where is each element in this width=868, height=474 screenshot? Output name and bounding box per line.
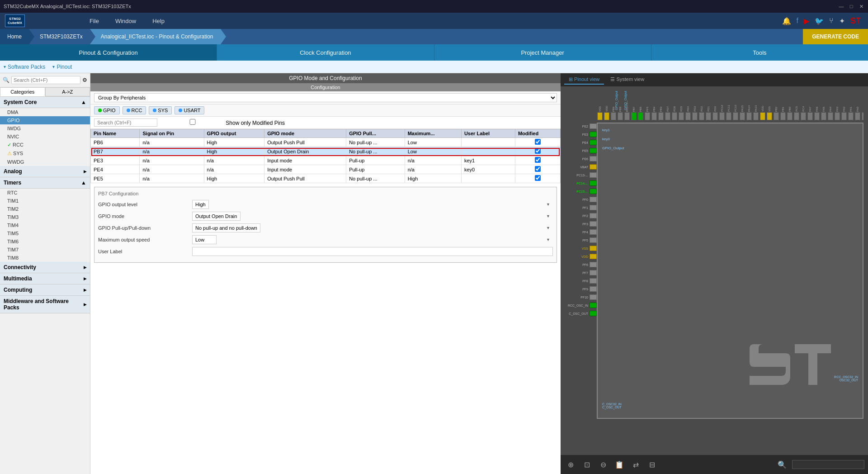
fit-button[interactable]: ⊡ <box>580 458 593 471</box>
sidebar-item-tim2[interactable]: TIM2 <box>0 205 90 213</box>
show-modified-checkbox[interactable] <box>161 119 224 125</box>
category-system-core[interactable]: System Core ▲ <box>0 97 90 108</box>
modified-pe3[interactable] <box>515 156 560 165</box>
sidebar-item-gpio[interactable]: GPIO <box>0 116 90 124</box>
table-row-pe3[interactable]: PE3 n/a n/a Input mode Pull-up n/a key1 <box>91 156 561 165</box>
checkbox-pe4[interactable] <box>535 166 541 172</box>
notification-icon[interactable]: 🔔 <box>782 17 791 25</box>
gpio-filter-gpio-label: GPIO <box>103 108 116 113</box>
modified-pe4[interactable] <box>515 165 560 174</box>
col-label[interactable]: User Label <box>461 129 515 138</box>
subtab-software-packs[interactable]: ▾ Software Packs <box>4 64 45 70</box>
github-icon[interactable]: ⑂ <box>829 17 834 25</box>
checkbox-pe5[interactable] <box>535 175 541 181</box>
tab-clock[interactable]: Clock Configuration <box>217 44 434 61</box>
sidebar-search-input[interactable] <box>11 76 80 84</box>
checkbox-pe3[interactable] <box>535 157 541 163</box>
gpio-filter-usart[interactable]: USART <box>175 106 204 114</box>
sidebar-item-tim3[interactable]: TIM3 <box>0 213 90 221</box>
grid-button[interactable]: ⊟ <box>646 458 658 471</box>
modified-pb7[interactable] <box>515 147 560 156</box>
sidebar-tab-categories[interactable]: Categories <box>0 87 45 96</box>
checkbox-pb7[interactable] <box>535 148 541 154</box>
table-row-pe5[interactable]: PE5 n/a High Output Push Pull No pull-up… <box>91 174 561 183</box>
layers-button[interactable]: 📋 <box>613 458 626 471</box>
checkbox-pb6[interactable] <box>535 139 541 145</box>
category-analog[interactable]: Analog ▸ <box>0 166 90 177</box>
zoom-in-button[interactable]: ⊕ <box>564 458 577 471</box>
pin-pc13-box <box>590 172 597 178</box>
gpio-mode-select[interactable]: Output Push Pull Output Open Drain <box>192 212 241 221</box>
close-button[interactable]: ✕ <box>858 3 864 9</box>
max-pb7: Low <box>405 147 461 156</box>
gpio-filter-gpio[interactable]: GPIO <box>94 106 120 114</box>
table-row[interactable]: PB6 n/a High Output Push Pull No pull-up… <box>91 138 561 147</box>
sidebar-item-dma[interactable]: DMA <box>0 108 90 116</box>
category-timers[interactable]: Timers ▲ <box>0 177 90 189</box>
modified-pe5[interactable] <box>515 174 560 183</box>
col-gpio-mode[interactable]: GPIO mode <box>264 129 346 138</box>
sidebar-tab-az[interactable]: A->Z <box>45 87 90 96</box>
group-by-select[interactable]: Group By Peripherals <box>94 93 557 102</box>
twitter-icon[interactable]: 🐦 <box>815 17 824 25</box>
tab-project[interactable]: Project Manager <box>434 44 651 61</box>
category-multimedia[interactable]: Multimedia ▸ <box>0 273 90 284</box>
sidebar-item-tim8[interactable]: TIM8 <box>0 254 90 262</box>
tab-tools[interactable]: Tools <box>651 44 868 61</box>
minimize-button[interactable]: — <box>838 3 844 9</box>
gpio-output-level-select[interactable]: Low High <box>192 200 209 209</box>
gpio-pull-select[interactable]: No pull-up and no pull-down Pull-up Pull… <box>192 223 260 232</box>
sidebar-item-iwdg[interactable]: IWDG <box>0 124 90 133</box>
sidebar-item-rtc[interactable]: RTC <box>0 189 90 197</box>
category-connectivity[interactable]: Connectivity ▸ <box>0 262 90 273</box>
file-menu[interactable]: File <box>82 16 106 26</box>
nav-chip[interactable]: STM32F103ZETx <box>29 29 90 44</box>
sidebar-item-tim5[interactable]: TIM5 <box>0 229 90 237</box>
community-icon[interactable]: ✦ <box>839 17 845 25</box>
user-label-input[interactable] <box>192 247 553 256</box>
category-middleware[interactable]: Middleware and Software Packs ▸ <box>0 296 90 313</box>
sidebar-item-nvic[interactable]: NVIC <box>0 133 90 141</box>
max-speed-select[interactable]: Low Medium High <box>192 235 217 244</box>
sidebar-item-wwdg[interactable]: WWDG <box>0 158 90 166</box>
pin-label: PA7 <box>809 107 811 112</box>
toolbar-search-input[interactable] <box>792 460 864 469</box>
nav-project[interactable]: Analogical_IICTest.ioc - Pinout & Config… <box>90 29 221 44</box>
category-computing[interactable]: Computing ▸ <box>0 284 90 296</box>
modified-pb6[interactable] <box>515 138 560 147</box>
sidebar-item-tim4[interactable]: TIM4 <box>0 221 90 229</box>
tab-pinout[interactable]: Pinout & Configuration <box>0 44 217 61</box>
generate-code-button[interactable]: GENERATE CODE <box>803 29 868 44</box>
swap-button[interactable]: ⇄ <box>629 458 642 471</box>
system-view-tab[interactable]: ☰ System view <box>606 75 649 85</box>
gpio-search-input[interactable] <box>94 118 157 127</box>
sidebar-item-tim6[interactable]: TIM6 <box>0 237 90 246</box>
table-row-pe4[interactable]: PE4 n/a n/a Input mode Pull-up n/a key0 <box>91 165 561 174</box>
facebook-icon[interactable]: f <box>797 17 798 25</box>
table-row-pb7[interactable]: PB7 n/a High Output Open Drain No pull-u… <box>91 147 561 156</box>
subtab-pinout[interactable]: ▾ Pinout <box>52 64 72 70</box>
col-max[interactable]: Maximum... <box>405 129 461 138</box>
pinout-area[interactable]: GPIO_Output GPIO_Output <box>561 86 868 455</box>
sidebar-gear-icon[interactable]: ⚙ <box>82 77 87 83</box>
col-pin-name[interactable]: Pin Name <box>91 129 140 138</box>
col-modified[interactable]: Modified <box>515 129 560 138</box>
sidebar-item-sys[interactable]: SYS <box>0 149 90 158</box>
help-menu[interactable]: Help <box>145 16 172 26</box>
col-signal[interactable]: Signal on Pin <box>140 129 204 138</box>
youtube-icon[interactable]: ▶ <box>804 17 809 25</box>
pinout-view-tab[interactable]: ⊞ Pinout view <box>564 75 604 85</box>
toolbar-search-icon[interactable]: 🔍 <box>776 458 788 471</box>
gpio-filter-rcc[interactable]: RCC <box>123 106 146 114</box>
nav-home[interactable]: Home <box>0 29 29 44</box>
sidebar-item-rcc[interactable]: RCC <box>0 141 90 149</box>
gpio-filter-sys[interactable]: SYS <box>149 106 172 114</box>
sidebar-item-tim7[interactable]: TIM7 <box>0 246 90 254</box>
zoom-out-button[interactable]: ⊖ <box>597 458 609 471</box>
maximize-button[interactable]: □ <box>848 3 854 9</box>
st-icon[interactable]: ST <box>850 16 861 26</box>
col-gpio-out[interactable]: GPIO output <box>204 129 264 138</box>
window-menu[interactable]: Window <box>108 16 143 26</box>
col-gpio-pull[interactable]: GPIO Pull... <box>346 129 405 138</box>
sidebar-item-tim1[interactable]: TIM1 <box>0 197 90 205</box>
